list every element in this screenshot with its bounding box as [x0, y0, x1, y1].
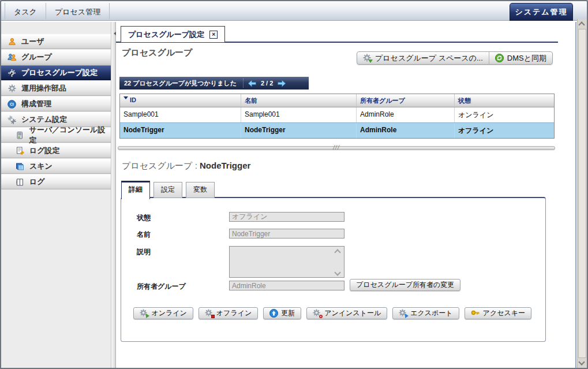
sidebar-item-label: プロセスグループ設定 — [21, 68, 98, 78]
sidebar-item-label: スキン — [29, 161, 53, 172]
page-indicator: 2 / 2 — [261, 80, 273, 87]
tab-variables[interactable]: 変数 — [186, 182, 215, 198]
access-key-button[interactable]: アクセスキー — [465, 307, 531, 319]
offline-button[interactable]: オフライン — [199, 307, 258, 319]
close-icon[interactable]: × — [209, 31, 218, 39]
sidebar-item-log[interactable]: ログ — [1, 174, 111, 189]
document-tab-process-group-settings[interactable]: プロセスグループ設定 × — [121, 26, 225, 42]
status-field — [229, 212, 344, 222]
column-header-status[interactable]: 状態 — [455, 94, 554, 107]
top-navigation-bar: タスク プロセス管理 システム管理 — [1, 1, 587, 21]
sidebar-item-process-group-settings[interactable]: プロセスグループ設定 — [1, 65, 111, 80]
status-label: 状態 — [137, 213, 151, 223]
top-tabs: タスク プロセス管理 — [5, 3, 110, 19]
sidebar-item-operation-parts[interactable]: 運用操作部品 — [1, 81, 111, 96]
cell-name: Sample001 — [241, 107, 357, 122]
detail-heading-value: NodeTrigger — [200, 161, 250, 170]
button-label: プロセスグループ スペースの... — [375, 53, 483, 64]
vertical-scrollbar[interactable] — [577, 19, 587, 368]
change-owner-button[interactable]: プロセスグループ所有者の変更 — [350, 279, 460, 291]
tab-settings[interactable]: 設定 — [153, 182, 182, 198]
results-bar: 22 プロセスグループが見つかりました 2 / 2 — [119, 77, 309, 90]
next-page-icon[interactable] — [277, 80, 286, 87]
online-button[interactable]: オンライン — [133, 307, 193, 319]
cell-status: オンライン — [455, 107, 554, 122]
sidebar-item-user[interactable]: ユーザ — [1, 34, 111, 49]
scrollbar-thumb[interactable] — [578, 29, 586, 358]
name-field — [229, 229, 344, 238]
sidebar-item-label: システム設定 — [21, 114, 67, 125]
sidebar-item-label: 構成管理 — [21, 99, 51, 109]
owner-group-label: 所有者グループ — [137, 282, 186, 292]
sidebar-item-label: ログ設定 — [29, 146, 60, 156]
top-tab-task[interactable]: タスク — [5, 3, 46, 19]
previous-page-icon[interactable] — [248, 80, 257, 87]
gear-online-icon — [140, 309, 148, 318]
cell-name: NodeTrigger — [241, 123, 357, 138]
column-header-name[interactable]: 名前 — [241, 94, 357, 107]
sort-descending-icon — [123, 96, 128, 102]
table-header-row: ID 名前 所有者グループ 状態 — [120, 94, 554, 107]
table-row[interactable]: Sample001 Sample001 AdminRole オンライン — [120, 107, 554, 122]
detail-panel: 状態 名前 説明 所有者グループ プロセスグループ所有者の変更 オンライン オフ… — [121, 197, 546, 342]
process-group-space-button[interactable]: プロセスグループ スペースの... — [357, 52, 489, 64]
cell-owner: AdminRole — [357, 107, 455, 122]
top-tab-system-management[interactable]: システム管理 — [510, 3, 573, 21]
svg-text:CI: CI — [10, 102, 14, 106]
column-header-owner-group[interactable]: 所有者グループ — [357, 94, 455, 107]
scroll-up-icon[interactable] — [578, 21, 585, 28]
header-button-group: プロセスグループ スペースの... DMSと同期 — [357, 51, 553, 65]
column-header-id[interactable]: ID — [120, 94, 241, 107]
sidebar-item-group[interactable]: グループ — [1, 50, 111, 65]
sidebar-item-server-console-settings[interactable]: サーバ／コンソール設定 — [1, 128, 111, 143]
splitter-grip-icon: /// — [333, 144, 339, 151]
sidebar-item-label: グループ — [21, 52, 52, 62]
key-icon — [471, 309, 480, 318]
app-window: タスク プロセス管理 システム管理 ユーザ グループ プロセスグループ設定 運用… — [0, 0, 588, 369]
table-row-selected[interactable]: NodeTrigger NodeTrigger AdminRole オフライン — [120, 122, 554, 138]
up-arrow-circle-icon — [269, 309, 278, 318]
detail-heading-label: プロセスグループ : — [122, 161, 197, 170]
sync-icon — [495, 54, 504, 62]
uninstall-button[interactable]: アンインストール — [306, 307, 387, 319]
book-icon — [15, 178, 25, 187]
button-label: DMSと同期 — [507, 53, 546, 64]
cell-id: NodeTrigger — [120, 123, 241, 138]
sidebar-item-label: サーバ／コンソール設定 — [29, 125, 111, 146]
tab-details[interactable]: 詳細 — [121, 181, 150, 199]
cell-id: Sample001 — [120, 107, 241, 122]
group-icon — [7, 53, 17, 61]
horizontal-splitter[interactable]: /// — [118, 146, 555, 150]
gears-icon — [7, 115, 17, 124]
ci-icon: CI — [7, 100, 17, 109]
sidebar-splitter[interactable] — [111, 22, 116, 368]
gear-uninstall-icon — [313, 309, 321, 318]
cell-status: オフライン — [455, 123, 554, 138]
action-buttons: オンライン オフライン 更新 アンインストール エクスポート — [121, 307, 531, 319]
document-tab-label: プロセスグループ設定 — [128, 29, 204, 40]
sidebar-item-configuration-management[interactable]: CI 構成管理 — [1, 96, 111, 111]
sidebar-item-label: 運用操作部品 — [21, 83, 66, 94]
results-message: 22 プロセスグループが見つかりました — [119, 79, 241, 88]
sidebar-item-label: ユーザ — [21, 36, 44, 47]
page-title: プロセスグループ — [122, 47, 192, 58]
cell-owner: AdminRole — [357, 123, 455, 138]
document-gear-icon — [15, 147, 25, 155]
gear-icon — [7, 84, 17, 92]
skin-layers-icon — [15, 162, 25, 171]
dms-sync-button[interactable]: DMSと同期 — [489, 52, 552, 64]
name-label: 名前 — [137, 230, 151, 240]
sidebar-item-skin[interactable]: スキン — [1, 159, 111, 174]
gear-wrench-icon — [7, 69, 17, 77]
process-group-table: ID 名前 所有者グループ 状態 Sample001 Sample001 Adm… — [119, 94, 555, 139]
gear-offline-icon — [205, 309, 214, 318]
top-tab-process-management[interactable]: プロセス管理 — [46, 3, 110, 19]
divider — [243, 79, 244, 88]
detail-tabs: 詳細 設定 変数 — [121, 181, 218, 198]
user-icon — [7, 38, 17, 46]
export-button[interactable]: エクスポート — [392, 307, 459, 319]
server-icon — [15, 131, 25, 140]
scroll-down-icon[interactable] — [578, 359, 585, 365]
refresh-button[interactable]: 更新 — [263, 307, 301, 319]
sidebar: ユーザ グループ プロセスグループ設定 運用操作部品 CI 構成管理 システム設… — [1, 22, 111, 368]
